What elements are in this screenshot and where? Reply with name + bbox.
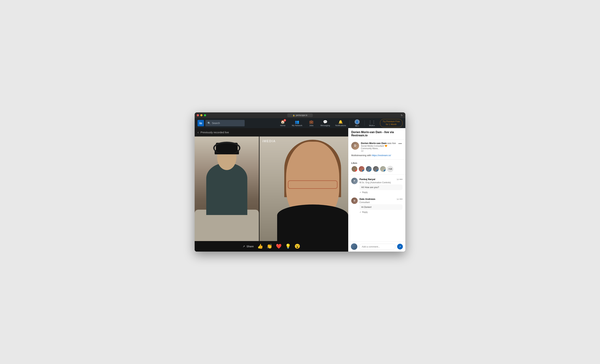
linkedin-logo[interactable]: in [197,120,204,126]
nav-work-label: Work▾ [369,124,375,127]
post-more-button[interactable]: ••• [398,142,403,146]
like-avatar-4[interactable]: 👍 [373,166,379,172]
nav-home-label: Home [280,124,285,127]
home-badge: 3 [284,119,286,121]
likes-section: Likes ❤️ 👍 👍 👍 👍 [348,160,405,174]
right-glasses [288,180,338,189]
url-bar[interactable]: 🔒 periscope.tv [287,113,313,117]
nav-item-jobs[interactable]: 💼 Jobs [305,119,318,127]
video-controls: ↗ Share 👍 👏 ❤️ 💡 😮 [195,241,348,252]
reaction-thumbs-up[interactable]: 👍 [257,244,263,249]
author-name: Dorien Morin-van Dam was live [361,142,396,145]
minimize-button[interactable] [200,114,203,116]
nav-item-messaging[interactable]: 💬 Messaging [318,119,332,127]
send-button[interactable]: ↗ [397,244,403,249]
nav-item-notifications[interactable]: 🔔 Notifications [333,119,348,127]
reply-icon-1: ⤶ [359,191,361,194]
url-text: periscope.tv [296,114,308,117]
comment-name-2: Dale Andrews [359,198,375,200]
nav-jobs-label: Jobs [309,124,313,127]
comment-avatar-2: D [351,198,358,204]
nav-item-work[interactable]: ⋮⋮ Work▾ [366,119,378,127]
search-input[interactable] [212,122,243,125]
left-body [206,163,247,215]
comments-section: P Pankaj Naryal 1d ••• M.Sc. Eng (Automa… [348,174,405,242]
my-avatar [351,243,357,250]
left-headphones [213,142,240,154]
comment-more-1[interactable]: ••• [399,178,403,181]
comment-more-2[interactable]: ••• [399,198,403,201]
comment-item-1: P Pankaj Naryal 1d ••• M.Sc. Eng (Automa… [348,176,405,196]
me-avatar: 👤 [355,119,360,124]
author-info: Dorien Morin-van Dam was live Social Med… [361,142,396,152]
main-content: ‹ Previously recorded live [195,128,405,252]
comment-text-2: Hi Dorien! [359,204,403,210]
back-button[interactable]: ‹ [197,130,199,134]
nav-items: 🏠 3 Home 👥 My Network 💼 Jobs 💬 Messaging… [277,119,403,127]
my-network-icon: 👥 [295,120,299,124]
share-button[interactable]: ↗ Share [243,245,253,248]
right-body [277,204,348,241]
premium-button[interactable]: Try Premium Free for 1 Month [380,119,403,127]
like-avatar-2[interactable]: 👍 [358,166,365,172]
comment-header-2: Dale Andrews 1d ••• [359,198,403,201]
nav-me-label: Me▾ [355,125,359,127]
comment-time-2: 1d ••• [397,198,403,201]
reply-button-2[interactable]: ⤶ Reply [359,210,368,214]
post-link[interactable]: https://restream.io/ [372,154,391,157]
sidebar: Dorien Morin-van Dam - live via Restream… [348,128,405,252]
sidebar-title: Dorien Morin-van Dam - live via Restream… [348,128,405,140]
comment-avatar-1: P [351,178,358,184]
video-separator [259,136,260,241]
comment-role-2: Consultant [359,201,403,204]
comment-input[interactable] [359,244,395,250]
lock-icon: 🔒 [293,114,295,116]
comment-input-area: ↗ [348,241,405,252]
nav-network-label: My Network [292,124,302,127]
search-icon: 🔍 [207,122,211,125]
search-bar[interactable]: 🔍 [205,120,245,126]
video-header: ‹ Previously recorded live [195,128,348,136]
maximize-button[interactable] [204,114,206,116]
media-watermark: iMEDIA [262,139,276,143]
like-avatar-1[interactable]: ❤️ [351,166,358,172]
nav-item-my-network[interactable]: 👥 My Network [290,119,305,127]
video-title: Previously recorded live [201,131,229,134]
like-badge-heart: ❤️ [355,170,358,172]
notifications-icon: 🔔 [338,120,343,124]
video-content: iMEDIA [195,136,348,241]
comment-body-2: Dale Andrews 1d ••• Consultant Hi Dorien… [359,198,403,214]
likes-more-count[interactable]: +14 [387,166,394,172]
likes-avatars: ❤️ 👍 👍 👍 👍 +14 [351,166,403,172]
linkedin-navbar: in 🔍 🏠 3 Home 👥 My Network 💼 Jobs [195,118,405,128]
like-avatar-5[interactable]: 👍 [380,166,386,172]
nav-item-home[interactable]: 🏠 3 Home [277,119,289,127]
comment-header-1: Pankaj Naryal 1d ••• [359,178,403,181]
work-icon: ⋮⋮ [368,120,375,124]
reaction-heart[interactable]: ❤️ [276,244,281,249]
like-avatar-3[interactable]: 👍 [366,166,372,172]
reaction-amazed[interactable]: 😮 [294,244,300,249]
post-body: Multistreaming with https://restream.io/ [351,154,403,157]
video-right-cam: iMEDIA [260,136,348,241]
nav-notifications-label: Notifications [335,124,346,127]
comment-role-1: M.Sc. Eng (Automation Controls) [359,181,403,184]
comment-row-1: P Pankaj Naryal 1d ••• M.Sc. Eng (Automa… [351,178,403,194]
nav-messaging-label: Messaging [320,124,330,127]
likes-label: Likes [351,162,403,164]
reaction-clap[interactable]: 👏 [267,244,272,249]
reaction-lightbulb[interactable]: 💡 [285,244,291,249]
share-icon: ↗ [243,245,245,248]
reply-button-1[interactable]: ⤶ Reply [359,191,368,194]
reload-button[interactable]: ↻ [401,114,403,117]
nav-item-me[interactable]: 👤 Me▾ [351,119,363,127]
comment-row-2: D Dale Andrews 1d ••• Consultant Hi Dori… [351,198,403,214]
home-icon: 🏠 3 [281,120,285,124]
comment-body-1: Pankaj Naryal 1d ••• M.Sc. Eng (Automati… [359,178,403,194]
mac-window: 🔒 periscope.tv ↻ in 🔍 🏠 3 Home 👥 My Netw… [195,112,405,252]
close-button[interactable] [197,114,199,116]
comment-time-1: 1d ••• [397,178,403,181]
jobs-icon: 💼 [309,120,314,124]
was-live-text: was live [387,142,396,145]
like-badge-thumb-4: 👍 [384,170,386,172]
